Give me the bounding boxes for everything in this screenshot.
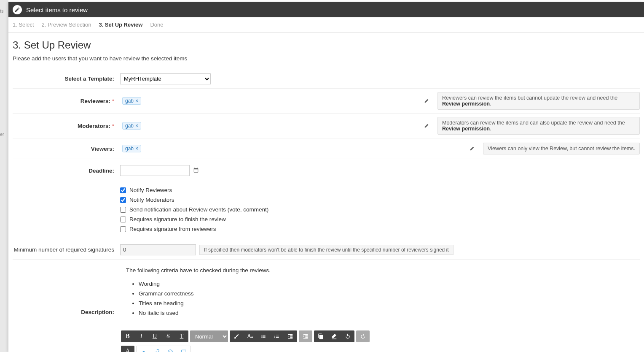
indent-button[interactable] bbox=[299, 330, 312, 342]
link-button[interactable] bbox=[150, 346, 164, 352]
redo-button[interactable] bbox=[356, 330, 370, 342]
bold-button[interactable]: B bbox=[121, 330, 134, 342]
background-app-sliver: ts er bbox=[0, 0, 8, 352]
app-logo-icon bbox=[13, 5, 22, 14]
label-min-signatures: Minimum number of required signatures bbox=[13, 246, 120, 253]
modal-header: Select items to review bbox=[8, 2, 644, 17]
notify-reviewers-checkbox[interactable] bbox=[120, 187, 126, 193]
requires-signature-finish-checkbox[interactable] bbox=[120, 217, 126, 222]
step-done[interactable]: Done bbox=[150, 22, 163, 28]
strikethrough-button[interactable]: S bbox=[161, 330, 175, 342]
label-description: Description: bbox=[13, 309, 120, 315]
viewers-input[interactable]: gab× bbox=[120, 142, 394, 155]
paragraph-format-select[interactable]: Normal bbox=[190, 330, 228, 342]
moderators-input[interactable]: gab× bbox=[120, 119, 394, 133]
svg-point-0 bbox=[168, 350, 173, 352]
min-signatures-input bbox=[120, 244, 196, 255]
deadline-input[interactable] bbox=[120, 165, 190, 176]
svg-rect-3 bbox=[182, 350, 186, 352]
edit-html-button[interactable] bbox=[137, 346, 150, 352]
label-viewers: Viewers: bbox=[13, 146, 120, 152]
row-viewers: Viewers: gab× Viewers can only view the … bbox=[13, 138, 640, 159]
edit-viewers-icon[interactable] bbox=[470, 145, 475, 152]
edit-moderators-icon[interactable] bbox=[424, 122, 430, 130]
notify-moderators-checkbox[interactable] bbox=[120, 197, 126, 203]
row-description: Description: The following criteria have… bbox=[13, 260, 640, 352]
template-select[interactable]: MyRHTemplate bbox=[120, 73, 211, 84]
reviewer-tag[interactable]: gab× bbox=[122, 97, 141, 105]
requires-signature-reviewers-checkbox[interactable] bbox=[120, 226, 126, 232]
step-select[interactable]: 1. Select bbox=[13, 22, 34, 28]
description-editor[interactable]: The following criteria have to checked d… bbox=[120, 263, 640, 330]
modal-title: Select items to review bbox=[26, 6, 88, 14]
reviewers-input[interactable]: gab× bbox=[120, 94, 394, 108]
font-color-button[interactable]: A bbox=[121, 346, 134, 352]
ordered-list-button[interactable] bbox=[270, 330, 284, 342]
viewer-tag[interactable]: gab× bbox=[122, 145, 141, 152]
undo-button[interactable] bbox=[341, 330, 354, 342]
edit-reviewers-icon[interactable] bbox=[424, 97, 430, 105]
unordered-list-button[interactable] bbox=[257, 330, 270, 342]
row-template: Select a Template: MyRHTemplate bbox=[13, 69, 640, 89]
page-intro: Please add the users that you want to ha… bbox=[13, 55, 640, 62]
svg-point-1 bbox=[169, 351, 170, 352]
remove-tag-icon[interactable]: × bbox=[135, 146, 138, 152]
moderators-hint: Moderators can review the items and can … bbox=[437, 117, 640, 135]
italic-button[interactable]: I bbox=[134, 330, 148, 342]
row-min-signatures: Minimum number of required signatures If… bbox=[13, 240, 640, 260]
step-setup[interactable]: 3. Set Up Review bbox=[99, 22, 142, 28]
text-color-button[interactable] bbox=[230, 330, 243, 342]
form-content: 3. Set Up Review Please add the users th… bbox=[8, 32, 644, 352]
outdent-button[interactable] bbox=[284, 330, 297, 342]
underline-button[interactable]: U bbox=[148, 330, 161, 342]
reviewers-hint: Reviewers can review the items but canno… bbox=[437, 92, 640, 110]
fullscreen-button[interactable] bbox=[177, 346, 191, 352]
label-deadline: Deadline: bbox=[13, 168, 120, 174]
send-notification-checkbox[interactable] bbox=[120, 207, 126, 213]
wizard-steps: 1. Select 2. Preview Selection 3. Set Up… bbox=[8, 17, 644, 32]
label-reviewers: Reviewers: bbox=[80, 98, 110, 104]
min-signatures-hint: If specified then moderators won't be ab… bbox=[199, 245, 453, 255]
review-wizard-modal: Select items to review 1. Select 2. Prev… bbox=[8, 2, 644, 352]
emoji-button[interactable] bbox=[164, 346, 177, 352]
svg-point-2 bbox=[171, 351, 171, 352]
clear-format-button[interactable]: T bbox=[175, 330, 188, 342]
font-size-button[interactable]: A▴ bbox=[243, 330, 257, 342]
row-moderators: Moderators: * gab× Moderators can review… bbox=[13, 114, 640, 138]
step-preview[interactable]: 2. Preview Selection bbox=[42, 22, 91, 28]
eraser-button[interactable] bbox=[327, 330, 341, 342]
copy-button[interactable] bbox=[314, 330, 327, 342]
row-notifications: Notify Reviewers Notify Moderators Send … bbox=[13, 179, 640, 240]
rte-toolbar: B I U S T Normal A▴ bbox=[120, 330, 640, 352]
page-heading: 3. Set Up Review bbox=[13, 39, 640, 51]
row-reviewers: Reviewers: * gab× Reviewers can review t… bbox=[13, 89, 640, 114]
remove-tag-icon[interactable]: × bbox=[135, 98, 138, 104]
viewers-hint: Viewers can only view the Review, but ca… bbox=[483, 143, 640, 154]
remove-tag-icon[interactable]: × bbox=[135, 123, 138, 129]
moderator-tag[interactable]: gab× bbox=[122, 122, 141, 130]
label-template: Select a Template: bbox=[13, 76, 120, 82]
label-moderators: Moderators: bbox=[78, 123, 110, 129]
calendar-icon[interactable] bbox=[193, 167, 199, 174]
row-deadline: Deadline: bbox=[13, 159, 640, 179]
